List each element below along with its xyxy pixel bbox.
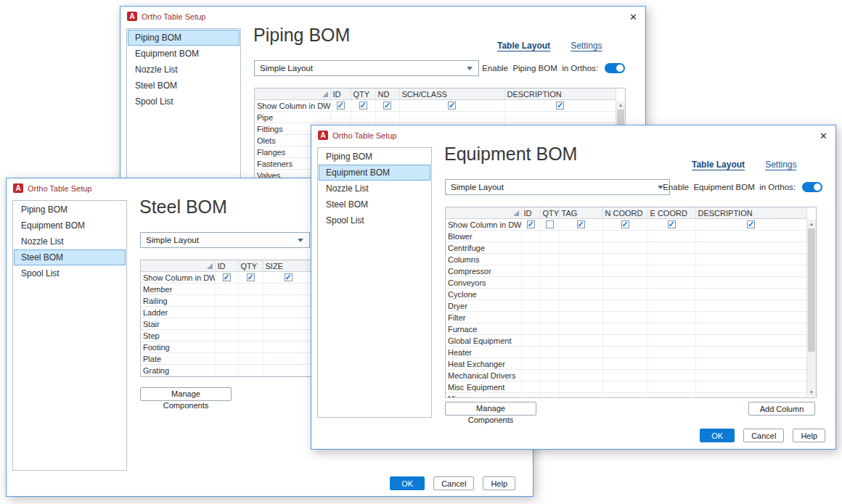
column-header-qty[interactable]: QTY <box>238 260 263 272</box>
corner-header-cell[interactable] <box>446 207 521 219</box>
checkbox-cell <box>559 219 602 231</box>
show-column-checkbox-e-coord[interactable] <box>668 220 676 228</box>
show-column-checkbox-description[interactable] <box>747 220 755 228</box>
show-column-checkbox-tag[interactable] <box>577 220 585 228</box>
empty-cell <box>602 254 647 265</box>
component-name-step: Step <box>141 330 215 342</box>
equipment-bom-window: A Ortho Table Setup ✕ Piping BOMEquipmen… <box>311 125 836 450</box>
enable-toggle[interactable] <box>802 182 822 192</box>
page-title: Equipment BOM <box>444 144 577 165</box>
show-column-checkbox-description[interactable] <box>556 102 564 110</box>
component-name-grating: Grating <box>141 365 215 376</box>
component-row: Mixer <box>446 393 806 399</box>
sidebar-item-steel-bom[interactable]: Steel BOM <box>14 249 126 265</box>
titlebar[interactable]: A Ortho Table Setup ✕ <box>311 125 835 146</box>
corner-header-cell[interactable] <box>255 88 330 100</box>
add-column-button[interactable]: Add Column <box>748 402 815 416</box>
layout-select-value: Simple Layout <box>146 236 199 244</box>
show-column-checkbox-nd[interactable] <box>383 102 391 110</box>
column-header-sch-class[interactable]: SCH/CLASS <box>399 88 504 100</box>
scrollbar-thumb[interactable] <box>808 228 815 352</box>
column-header-description[interactable]: DESCRIPTION <box>695 207 806 219</box>
sidebar-item-equipment-bom[interactable]: Equipment BOM <box>128 46 240 62</box>
titlebar[interactable]: A Ortho Table Setup ✕ <box>120 7 645 27</box>
show-column-checkbox-sch-class[interactable] <box>448 102 456 110</box>
scroll-up-icon[interactable]: ▲ <box>616 101 625 110</box>
show-column-checkbox-id[interactable] <box>223 273 231 281</box>
corner-header-cell[interactable] <box>141 260 215 272</box>
tab-settings[interactable]: Settings <box>765 160 796 170</box>
layout-select[interactable]: Simple Layout <box>445 179 670 195</box>
sidebar-item-spool-list[interactable]: Spool List <box>14 265 126 281</box>
scroll-down-icon[interactable]: ▼ <box>807 388 816 397</box>
manage-components-button[interactable]: Manage Components <box>445 402 536 416</box>
column-header-description[interactable]: DESCRIPTION <box>504 88 616 100</box>
sidebar-item-equipment-bom[interactable]: Equipment BOM <box>319 165 430 181</box>
scroll-up-icon[interactable]: ▲ <box>807 220 816 228</box>
cancel-button[interactable]: Cancel <box>433 476 474 490</box>
sidebar-item-nozzle-list[interactable]: Nozzle List <box>319 181 430 197</box>
sidebar-item-steel-bom[interactable]: Steel BOM <box>319 197 430 212</box>
enable-toggle[interactable] <box>605 63 625 73</box>
show-column-checkbox-qty[interactable] <box>546 220 554 228</box>
sidebar-item-piping-bom[interactable]: Piping BOM <box>14 202 126 218</box>
empty-cell <box>263 318 314 330</box>
column-header-id[interactable]: ID <box>215 260 238 272</box>
show-column-checkbox-id[interactable] <box>337 102 345 110</box>
column-header-qty[interactable]: QTY <box>351 88 375 100</box>
layout-select[interactable]: Simple Layout <box>254 60 479 76</box>
column-header-tag[interactable]: TAG <box>559 207 602 219</box>
empty-cell <box>647 323 695 335</box>
help-button[interactable]: Help <box>483 476 515 490</box>
cancel-button[interactable]: Cancel <box>743 429 784 442</box>
column-header-size[interactable]: SIZE <box>263 260 314 272</box>
show-column-checkbox-qty[interactable] <box>247 273 255 281</box>
close-icon[interactable]: ✕ <box>819 131 827 141</box>
empty-cell <box>521 323 540 335</box>
component-row: Columns <box>446 254 806 265</box>
close-icon[interactable]: ✕ <box>629 12 637 22</box>
toggle-knob <box>814 183 821 191</box>
show-column-checkbox-n-coord[interactable] <box>621 220 629 228</box>
column-header-qty[interactable]: QTY <box>540 207 559 219</box>
tab-settings[interactable]: Settings <box>571 41 602 51</box>
sidebar-item-nozzle-list[interactable]: Nozzle List <box>128 62 240 78</box>
window-title: Ortho Table Setup <box>332 131 396 140</box>
sidebar-item-steel-bom[interactable]: Steel BOM <box>128 78 240 94</box>
sidebar-item-spool-list[interactable]: Spool List <box>128 94 240 110</box>
sidebar-item-nozzle-list[interactable]: Nozzle List <box>14 234 126 249</box>
empty-cell <box>238 284 263 295</box>
sidebar-item-spool-list[interactable]: Spool List <box>319 212 430 228</box>
tab-table-layout[interactable]: Table Layout <box>497 41 550 51</box>
component-name-heater: Heater <box>446 347 521 358</box>
show-column-checkbox-size[interactable] <box>285 273 293 281</box>
window-title: Ortho Table Setup <box>142 12 205 21</box>
layout-select[interactable]: Simple Layout <box>140 232 310 248</box>
manage-components-button[interactable]: Manage Components <box>140 387 232 401</box>
column-header-n-coord[interactable]: N COORD <box>602 207 647 219</box>
empty-cell <box>540 323 559 335</box>
tab-table-layout[interactable]: Table Layout <box>692 160 745 170</box>
empty-cell <box>521 242 540 254</box>
ok-button[interactable]: OK <box>390 476 425 490</box>
empty-cell <box>647 254 695 265</box>
component-row: Misc Equipment <box>446 381 806 393</box>
empty-cell <box>602 300 647 312</box>
vertical-scrollbar[interactable]: ▲ ▼ <box>806 220 816 397</box>
show-column-checkbox-id[interactable] <box>527 220 535 228</box>
sidebar-item-piping-bom[interactable]: Piping BOM <box>319 149 430 165</box>
column-header-e-coord[interactable]: E COORD <box>647 207 695 219</box>
column-header-nd[interactable]: ND <box>375 88 399 100</box>
help-button[interactable]: Help <box>793 429 825 442</box>
ok-button[interactable]: OK <box>700 429 735 442</box>
empty-cell <box>263 342 314 353</box>
empty-cell <box>695 265 806 277</box>
layout-select-value: Simple Layout <box>451 183 504 191</box>
component-row: Heater <box>446 347 806 358</box>
empty-cell <box>559 242 602 254</box>
sidebar-item-equipment-bom[interactable]: Equipment BOM <box>14 218 126 234</box>
sidebar-item-piping-bom[interactable]: Piping BOM <box>128 30 240 46</box>
column-header-id[interactable]: ID <box>330 88 351 100</box>
column-header-id[interactable]: ID <box>521 207 540 219</box>
show-column-checkbox-qty[interactable] <box>359 102 367 110</box>
